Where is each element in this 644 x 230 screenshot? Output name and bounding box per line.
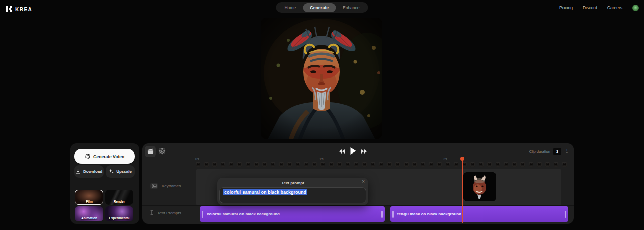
frame-tick[interactable] (387, 162, 392, 167)
duration-decrement-button[interactable]: − (565, 151, 569, 154)
clip-duration-label: Clip duration (529, 149, 550, 154)
link-discord[interactable]: Discord (583, 5, 597, 10)
timeline-settings-button[interactable] (158, 147, 166, 156)
keyframes-track-label: Keyframes (150, 183, 181, 189)
frame-tick[interactable] (437, 162, 442, 167)
style-film-label: Film (86, 200, 92, 203)
upscale-button[interactable]: Upscale (106, 165, 135, 178)
frame-tick[interactable] (246, 162, 250, 167)
frame-tick[interactable] (287, 162, 292, 167)
frame-tick[interactable] (412, 162, 417, 167)
samurai-portrait-image (261, 18, 382, 139)
generate-video-button[interactable]: Generate Video (74, 149, 135, 164)
download-button[interactable]: Download (74, 165, 104, 178)
rewind-icon (339, 148, 345, 156)
prompt-clip-samurai[interactable]: colorful samurai on black background (200, 206, 385, 222)
style-film[interactable]: Film (75, 190, 103, 205)
prompt-clip-text: colorful samurai on black background (207, 212, 280, 216)
frame-tick[interactable] (237, 162, 242, 167)
ruler-ticks (196, 162, 571, 167)
play-icon (349, 147, 357, 157)
style-render[interactable]: Render (105, 190, 133, 205)
frame-tick[interactable] (204, 162, 209, 167)
text-prompts-label-text: Text Prompts (157, 211, 181, 215)
fast-forward-button[interactable] (360, 147, 368, 156)
generated-image-preview[interactable] (261, 18, 382, 139)
frame-tick[interactable] (379, 162, 383, 167)
clip-left-handle[interactable] (392, 211, 394, 218)
ruler-label-2s: 2s (443, 157, 447, 161)
play-button[interactable] (349, 146, 357, 157)
frame-tick[interactable] (454, 162, 458, 167)
frame-tick[interactable] (346, 162, 350, 167)
user-avatar[interactable] (632, 5, 639, 11)
prompt-input[interactable]: colorful samurai on black background (219, 187, 366, 203)
fast-forward-icon (361, 148, 367, 156)
frame-tick[interactable] (354, 162, 358, 167)
close-icon[interactable]: × (362, 179, 365, 184)
frame-tick[interactable] (562, 162, 567, 167)
frame-tick[interactable] (504, 162, 508, 167)
clip-right-handle[interactable] (381, 211, 383, 218)
frame-tick[interactable] (429, 162, 433, 167)
frame-tick[interactable] (554, 162, 558, 167)
krea-logo[interactable]: KREA (6, 5, 32, 14)
frame-tick[interactable] (254, 162, 259, 167)
mode-switcher: Home Generate Enhance (276, 2, 368, 13)
style-animation[interactable]: Animation (75, 206, 103, 221)
frame-tick[interactable] (296, 162, 300, 167)
clip-duration-value[interactable]: 3 (553, 148, 561, 155)
frame-tick[interactable] (337, 162, 342, 167)
frame-tick[interactable] (271, 162, 275, 167)
prompt-clip-tengu[interactable]: tengu mask on black background (390, 206, 568, 222)
style-render-label: Render (114, 200, 125, 203)
frame-tick[interactable] (304, 162, 308, 167)
generate-video-label: Generate Video (93, 154, 124, 159)
frame-tick[interactable] (320, 162, 325, 167)
keyframes-label-text: Keyframes (162, 184, 181, 188)
keyframe-thumbnail[interactable] (463, 172, 496, 201)
frame-tick[interactable] (545, 162, 550, 167)
clapperboard-tool-button[interactable] (145, 146, 156, 157)
frame-tick[interactable] (196, 162, 200, 167)
logo-text: KREA (15, 7, 32, 12)
frame-tick[interactable] (362, 162, 367, 167)
tab-home[interactable]: Home (277, 3, 303, 12)
frame-tick[interactable] (421, 162, 425, 167)
playhead-handle[interactable] (460, 157, 464, 161)
tab-enhance[interactable]: Enhance (336, 3, 367, 12)
frame-tick[interactable] (312, 162, 317, 167)
tab-generate[interactable]: Generate (303, 3, 336, 12)
clapperboard-icon (147, 148, 154, 156)
gear-icon (158, 147, 166, 156)
frame-tick[interactable] (404, 162, 409, 167)
text-prompt-popup: Text prompt × colorful samurai on black … (217, 178, 368, 205)
frame-tick[interactable] (262, 162, 267, 167)
frame-tick[interactable] (279, 162, 284, 167)
frame-tick[interactable] (329, 162, 334, 167)
frame-tick[interactable] (470, 162, 475, 167)
link-careers[interactable]: Careers (607, 5, 622, 10)
frame-tick[interactable] (395, 162, 400, 167)
playhead-line[interactable] (462, 160, 463, 223)
frame-tick[interactable] (462, 162, 467, 167)
frame-tick[interactable] (537, 162, 542, 167)
clip-left-handle[interactable] (202, 211, 203, 218)
frame-tick[interactable] (221, 162, 225, 167)
tengu-mask-thumbnail-image (463, 172, 496, 201)
ruler-label-0s: 0s (195, 157, 199, 161)
frame-tick[interactable] (229, 162, 233, 167)
frame-tick[interactable] (512, 162, 517, 167)
frame-tick[interactable] (496, 162, 500, 167)
style-experimental[interactable]: Experimental (105, 206, 133, 221)
sparkles-icon (109, 169, 114, 175)
frame-tick[interactable] (212, 162, 217, 167)
link-pricing[interactable]: Pricing (559, 5, 573, 10)
frame-tick[interactable] (487, 162, 492, 167)
frame-tick[interactable] (520, 162, 525, 167)
frame-tick[interactable] (479, 162, 484, 167)
rewind-button[interactable] (338, 147, 346, 156)
clip-right-handle[interactable] (565, 211, 566, 218)
frame-tick[interactable] (371, 162, 375, 167)
frame-tick[interactable] (529, 162, 533, 167)
